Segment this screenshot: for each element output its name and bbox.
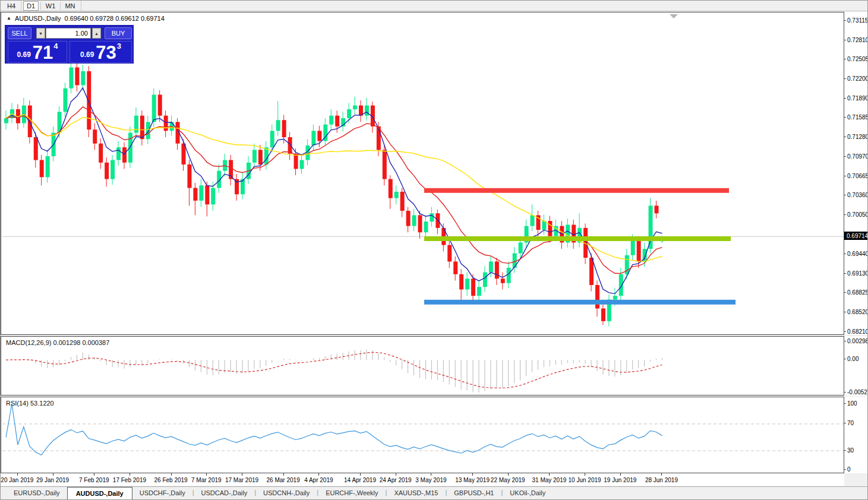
sell-price-box[interactable]: 0.69 71 4 (8, 41, 67, 63)
price-axis-label: 0.69440 (847, 250, 868, 257)
macd-value-main: 0.001298 (53, 339, 80, 346)
scroll-to-end-icon (670, 14, 678, 18)
sell-price-big: 71 (33, 44, 53, 61)
date-tick-mark (130, 473, 130, 476)
macd-panel: MACD(12,26,9) 0.001298 0.000387 (1, 336, 844, 395)
rsi-axis-label: 30 (847, 447, 854, 454)
axis-tick-mark (844, 341, 846, 341)
rsi-axis-label: 0 (847, 466, 851, 473)
axis-background (844, 336, 868, 395)
date-tick-mark (585, 473, 585, 476)
date-axis-label: 20 Jan 2019 (1, 477, 33, 483)
toolbar-divider (81, 1, 81, 11)
price-axis-label: 0.70050 (847, 211, 868, 218)
date-axis-label: 22 May 2019 (491, 477, 525, 483)
axis-tick-mark (844, 469, 846, 470)
axis-tick-mark (844, 312, 846, 312)
chart-tab-usdchf[interactable]: USDCHF-,Daily (132, 487, 192, 499)
timeframe-button-h4[interactable]: H4 (4, 1, 19, 11)
axis-tick-mark (844, 214, 846, 215)
date-tick-mark (53, 473, 53, 476)
date-axis[interactable]: 20 Jan 201929 Jan 20197 Feb 201917 Feb 2… (1, 473, 844, 486)
date-tick-mark (396, 473, 396, 476)
volume-decrease-button[interactable]: ▼ (36, 28, 45, 39)
macd-canvas[interactable] (1, 337, 844, 395)
date-tick-mark (171, 473, 172, 476)
date-axis-label: 19 Jun 2019 (604, 477, 636, 483)
date-axis-label: 26 Feb 2019 (154, 477, 188, 483)
chart-tab-usdcad[interactable]: USDCAD-,Daily (194, 487, 255, 499)
axis-tick-mark (844, 176, 846, 176)
date-tick-mark (431, 473, 431, 476)
chart-tab-usdcnh[interactable]: USDCNH-,Daily (256, 487, 317, 499)
chart-tab-xauusd[interactable]: XAUUSD-,M15 (387, 487, 445, 499)
date-axis-label: 17 Mar 2019 (225, 477, 258, 483)
macd-axis-label: 0.002984 (847, 338, 868, 344)
date-tick-mark (318, 473, 319, 476)
rsi-panel: RSI(14) 53.1220 (1, 397, 844, 473)
axis-tick-mark (844, 403, 846, 404)
volume-increase-button[interactable]: ▲ (92, 28, 101, 39)
buy-price-pip: 3 (117, 42, 121, 50)
date-axis-label: 24 Apr 2019 (380, 477, 412, 483)
date-tick-mark (508, 473, 509, 476)
date-tick-mark (242, 473, 242, 476)
rsi-canvas[interactable] (1, 397, 844, 473)
price-axis-label: 0.71890 (847, 94, 868, 101)
timeframe-button-mn[interactable]: MN (62, 1, 78, 11)
mt4-chart-window: H4D1W1MN ▲ AUDUSD-,Daily 0.69640 0.69728… (0, 0, 868, 500)
price-chart-panel: ▲ AUDUSD-,Daily 0.69640 0.69728 0.69612 … (1, 12, 844, 335)
date-axis-label: 3 May 2019 (415, 477, 446, 483)
toolbar-separator (60, 2, 61, 10)
date-axis-label: 7 Mar 2019 (191, 477, 222, 483)
chart-tab-eurusd[interactable]: EURUSD-,Daily (7, 487, 67, 499)
axis-tick-mark (844, 78, 846, 79)
axis-tick-mark (844, 254, 846, 254)
sell-price-prefix: 0.69 (17, 50, 30, 59)
date-tick-mark (94, 473, 94, 476)
timeframe-button-w1[interactable]: W1 (43, 1, 58, 11)
volume-input[interactable] (46, 28, 91, 39)
toolbar-separator (40, 2, 41, 10)
axis-background (844, 397, 868, 473)
price-axis-label: 0.72810 (847, 36, 868, 43)
axis-tick-mark (844, 423, 846, 423)
date-tick-mark (360, 473, 361, 476)
price-axis-label: 0.68520 (847, 308, 868, 315)
price-axis[interactable]: 0.731150.728100.725050.722000.718900.715… (844, 12, 868, 473)
buy-price-box[interactable]: 0.69 73 3 (70, 41, 132, 63)
current-price-tag: 0.69714 (844, 232, 868, 240)
chart-tab-eurchf[interactable]: EURCHF-,Weekly (318, 487, 385, 499)
price-axis-label: 0.70360 (847, 192, 868, 198)
axis-tick-mark (844, 59, 846, 59)
chart-symbol-label: AUDUSD-,Daily (15, 15, 61, 22)
macd-value-signal: 0.000387 (82, 339, 109, 346)
date-tick-mark (283, 473, 284, 476)
chart-tab-audusd[interactable]: AUDUSD-,Daily (67, 487, 132, 500)
chart-tab-gbpusd[interactable]: GBPUSD-,H1 (447, 487, 501, 499)
date-axis-label: 4 Apr 2019 (304, 477, 333, 483)
date-tick-mark (206, 473, 207, 476)
chart-tab-ukoil[interactable]: UKOil-,Daily (503, 487, 553, 499)
axis-tick-mark (844, 137, 846, 137)
chart-title: ▲ AUDUSD-,Daily 0.69640 0.69728 0.69612 … (7, 15, 165, 22)
date-tick-mark (620, 473, 621, 476)
price-axis-label: 0.69130 (847, 270, 868, 276)
date-axis-label: 10 Jun 2019 (569, 477, 601, 483)
axis-tick-mark (844, 20, 846, 21)
collapse-triangle-icon[interactable]: ▲ (7, 16, 11, 21)
date-axis-label: 13 May 2019 (455, 477, 490, 483)
price-axis-label: 0.70970 (847, 153, 868, 160)
price-axis-label: 0.71280 (847, 134, 868, 140)
price-axis-label: 0.71585 (847, 114, 868, 121)
axis-tick-mark (844, 195, 846, 195)
axis-tick-mark (844, 117, 846, 118)
date-axis-label: 26 Mar 2019 (267, 477, 300, 483)
date-axis-label: 28 Jun 2019 (645, 477, 678, 483)
date-tick-mark (17, 473, 18, 476)
date-tick-mark (472, 473, 473, 476)
sell-button[interactable]: SELL (8, 27, 31, 39)
buy-price-prefix: 0.69 (80, 50, 94, 59)
buy-button[interactable]: BUY (105, 27, 132, 39)
timeframe-button-d1[interactable]: D1 (23, 1, 39, 11)
